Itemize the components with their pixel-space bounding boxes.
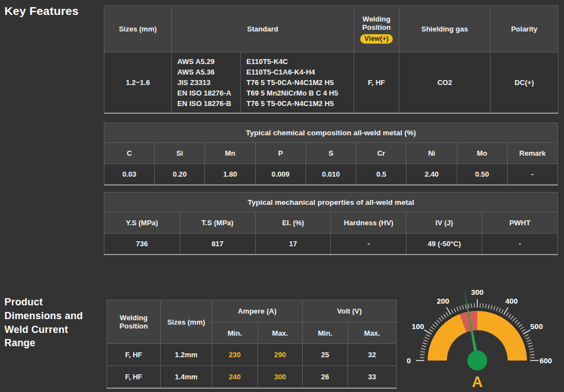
cur-amp-min: 240 <box>212 366 258 388</box>
standard-classes-value: E110T5-K4C E110T5-C1A6-K4-H4 T76 5 T5-0C… <box>241 52 354 113</box>
chem-value: 0.50 <box>457 164 507 185</box>
table-row: 1.2~1.6 AWS A5.29 AWS A5.36 JIS Z3313 EN… <box>104 52 558 113</box>
cur-size: 1.2mm <box>161 344 212 366</box>
cur-header-welding-position: Welding Position <box>107 300 161 344</box>
chem-value: 0.009 <box>255 164 305 185</box>
chemical-table-title: Typical chemical composition all-weld me… <box>104 123 558 143</box>
sizes-value: 1.2~1.6 <box>104 52 172 113</box>
cur-amp-max: 300 <box>258 366 303 388</box>
cur-amp-min: 230 <box>212 344 258 366</box>
mech-value: 17 <box>255 234 331 255</box>
mech-value: - <box>482 234 558 255</box>
chem-value: 0.03 <box>104 164 155 185</box>
key-features-table: Sizes (mm) Standard Welding Position Vie… <box>104 6 558 114</box>
svg-text:400: 400 <box>505 297 518 305</box>
mech-value: 49 (-50°C) <box>407 234 482 255</box>
mech-header: Y.S (MPa) <box>104 213 180 234</box>
chem-header: P <box>255 143 305 164</box>
cur-header-amp-min: Min. <box>212 322 258 344</box>
chem-header: Ni <box>407 143 457 164</box>
shielding-gas-value: CO2 <box>399 52 491 113</box>
cur-header-volt: Volt (V) <box>303 300 397 322</box>
cur-size: 1.4mm <box>161 366 212 388</box>
table-header-row: C Si Mn P S Cr Ni Mo Remark <box>104 143 558 164</box>
svg-text:500: 500 <box>530 322 543 331</box>
cur-position: F, HF <box>107 366 161 388</box>
table-header-row: Y.S (MPa) T.S (MPa) El. (%) Hardness (HV… <box>104 213 558 234</box>
svg-text:600: 600 <box>540 357 552 365</box>
cur-volt-max: 32 <box>348 344 397 366</box>
table-row: 0.03 0.20 1.80 0.009 0.010 0.5 2.40 0.50… <box>104 164 558 185</box>
col-header-shielding-gas: Shielding gas <box>399 6 491 52</box>
chem-value: - <box>507 164 557 185</box>
chem-value: 0.20 <box>155 164 205 185</box>
cur-position: F, HF <box>107 344 161 366</box>
welding-position-label: Welding Position <box>356 15 397 31</box>
weld-current-range-table: Welding Position Sizes (mm) Ampere (A) V… <box>107 300 397 389</box>
product-dimensions-title: Product Dimensions and Weld Current Rang… <box>4 295 98 350</box>
svg-text:200: 200 <box>437 297 450 305</box>
chem-header: C <box>104 143 155 164</box>
mech-value: - <box>331 234 407 255</box>
chemical-composition-table: Typical chemical composition all-weld me… <box>104 123 558 186</box>
mechanical-properties-table: Typical mechanical properties of all-wel… <box>104 192 558 255</box>
chem-value: 1.80 <box>205 164 255 185</box>
cur-header-amp-max: Max. <box>258 322 303 344</box>
mech-header: El. (%) <box>255 213 331 234</box>
cur-volt-min: 26 <box>303 366 348 388</box>
col-header-sizes: Sizes (mm) <box>104 6 172 52</box>
mech-value: 817 <box>180 234 255 255</box>
mech-header: Hardness (HV) <box>331 213 407 234</box>
standard-specs-value: AWS A5.29 AWS A5.36 JIS Z3313 EN ISO 182… <box>172 52 241 113</box>
chem-header: Cr <box>356 143 407 164</box>
chem-header: S <box>305 143 356 164</box>
cur-volt-max: 33 <box>348 366 397 388</box>
table-row: F, HF 1.2mm 230 290 25 32 <box>107 344 397 366</box>
table-row: F, HF 1.4mm 240 300 26 33 <box>107 366 397 388</box>
cur-header-volt-max: Max. <box>348 322 397 344</box>
ampere-gauge: 0100200300400500600A <box>400 278 564 392</box>
chem-header: Mo <box>457 143 507 164</box>
col-header-welding-position: Welding Position View(+) <box>354 6 399 52</box>
chem-header: Si <box>155 143 205 164</box>
chem-value: 0.5 <box>356 164 407 185</box>
polarity-value: DC(+) <box>491 52 558 113</box>
chem-value: 2.40 <box>407 164 457 185</box>
col-header-standard: Standard <box>172 6 354 52</box>
svg-text:100: 100 <box>412 322 424 331</box>
mech-header: IV (J) <box>407 213 482 234</box>
welding-position-value: F, HF <box>354 52 399 113</box>
mech-value: 736 <box>104 234 180 255</box>
cur-volt-min: 25 <box>303 344 348 366</box>
product-spec-page: { "page": { "section1_title": "Key Featu… <box>0 0 564 392</box>
key-features-title: Key Features <box>4 4 78 18</box>
svg-text:0: 0 <box>407 357 411 365</box>
chem-header: Mn <box>205 143 255 164</box>
cur-header-sizes: Sizes (mm) <box>161 300 212 344</box>
svg-text:A: A <box>472 374 483 390</box>
table-row: 736 817 17 - 49 (-50°C) - <box>104 234 558 255</box>
table-header-row: Welding Position Sizes (mm) Ampere (A) V… <box>107 300 397 322</box>
cur-amp-max: 290 <box>258 344 303 366</box>
view-positions-button[interactable]: View(+) <box>360 34 393 44</box>
col-header-polarity: Polarity <box>491 6 558 52</box>
cur-header-ampere: Ampere (A) <box>212 300 303 322</box>
chem-value: 0.010 <box>305 164 356 185</box>
mechanical-table-title: Typical mechanical properties of all-wel… <box>104 193 558 213</box>
chem-header: Remark <box>507 143 557 164</box>
mech-header: T.S (MPa) <box>180 213 255 234</box>
svg-text:300: 300 <box>471 288 484 296</box>
mech-header: PWHT <box>482 213 558 234</box>
cur-header-volt-min: Min. <box>303 322 348 344</box>
